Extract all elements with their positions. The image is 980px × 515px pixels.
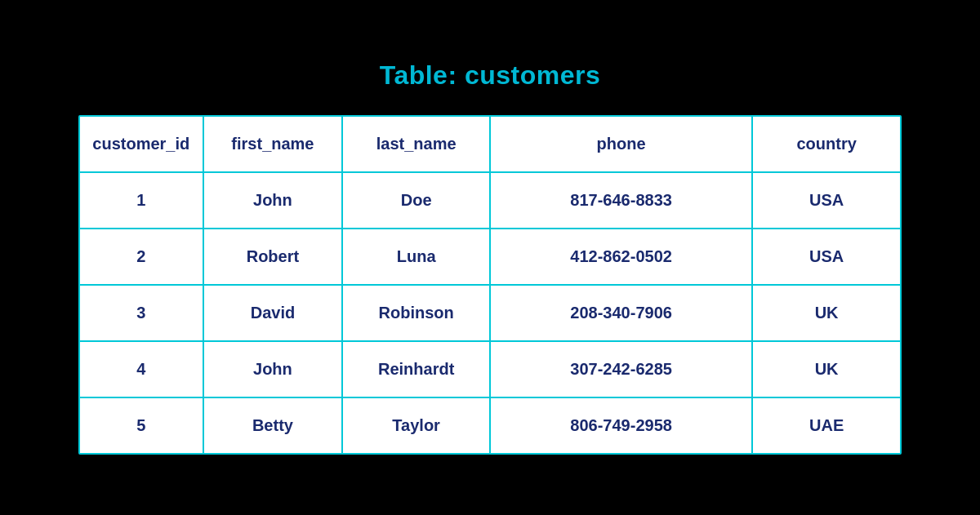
table-row: 5BettyTaylor806-749-2958UAE — [80, 397, 900, 453]
cell-phone: 806-749-2958 — [490, 397, 752, 453]
table-row: 1JohnDoe817-646-8833USA — [80, 172, 900, 229]
col-phone: phone — [490, 117, 752, 172]
col-first-name: first_name — [203, 117, 343, 172]
cell-phone: 817-646-8833 — [490, 172, 752, 229]
page-container: Table: customers customer_id first_name … — [0, 36, 980, 479]
cell-last_name: Doe — [342, 172, 490, 229]
table-row: 4JohnReinhardt307-242-6285UK — [80, 341, 900, 397]
cell-customer_id: 1 — [80, 172, 203, 229]
cell-last_name: Luna — [342, 229, 490, 285]
cell-customer_id: 3 — [80, 285, 203, 341]
col-last-name: last_name — [342, 117, 490, 172]
cell-country: USA — [752, 229, 900, 285]
cell-country: UK — [752, 341, 900, 397]
col-customer-id: customer_id — [80, 117, 203, 172]
cell-phone: 307-242-6285 — [490, 341, 752, 397]
cell-first_name: David — [203, 285, 343, 341]
cell-first_name: John — [203, 341, 343, 397]
cell-last_name: Taylor — [342, 397, 490, 453]
cell-customer_id: 4 — [80, 341, 203, 397]
customers-table: customer_id first_name last_name phone c… — [80, 117, 900, 453]
cell-last_name: Robinson — [342, 285, 490, 341]
cell-first_name: Betty — [203, 397, 343, 453]
cell-customer_id: 2 — [80, 229, 203, 285]
table-body: 1JohnDoe817-646-8833USA2RobertLuna412-86… — [80, 172, 900, 453]
cell-phone: 412-862-0502 — [490, 229, 752, 285]
table-header: customer_id first_name last_name phone c… — [80, 117, 900, 172]
col-country: country — [752, 117, 900, 172]
cell-country: UK — [752, 285, 900, 341]
table-wrapper: customer_id first_name last_name phone c… — [78, 115, 902, 455]
cell-country: USA — [752, 172, 900, 229]
table-row: 2RobertLuna412-862-0502USA — [80, 229, 900, 285]
cell-country: UAE — [752, 397, 900, 453]
cell-first_name: Robert — [203, 229, 343, 285]
cell-customer_id: 5 — [80, 397, 203, 453]
page-title: Table: customers — [380, 60, 601, 91]
header-row: customer_id first_name last_name phone c… — [80, 117, 900, 172]
table-row: 3DavidRobinson208-340-7906UK — [80, 285, 900, 341]
cell-last_name: Reinhardt — [342, 341, 490, 397]
cell-first_name: John — [203, 172, 343, 229]
cell-phone: 208-340-7906 — [490, 285, 752, 341]
